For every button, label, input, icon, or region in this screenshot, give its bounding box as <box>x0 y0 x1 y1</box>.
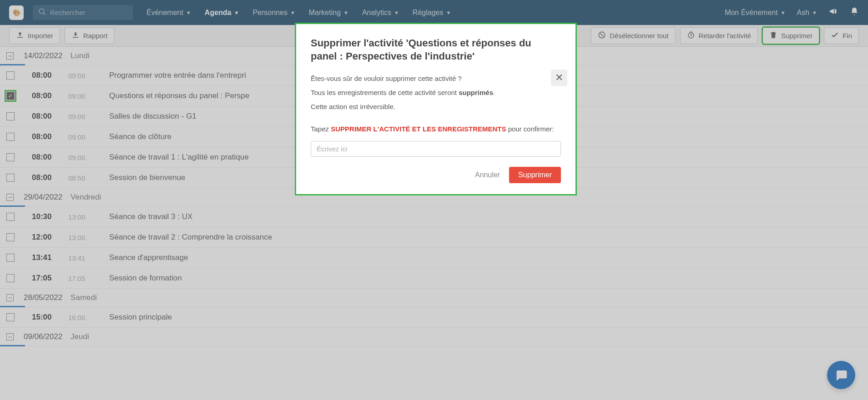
modal-title: Supprimer l'activité 'Questions et répon… <box>311 37 561 63</box>
cancel-button[interactable]: Annuler <box>475 171 500 179</box>
modal-line-3: Cette action est irréversible. <box>311 102 561 111</box>
modal-line-2: Tous les enregistrements de cette activi… <box>311 88 561 97</box>
modal-confirm-instruction: Tapez SUPPRIMER L'ACTIVITÉ ET LES ENREGI… <box>311 124 561 134</box>
modal-line-1: Êtes-vous sûr de vouloir supprimer cette… <box>311 74 561 83</box>
delete-confirm-modal: Supprimer l'activité 'Questions et répon… <box>295 23 577 195</box>
confirm-input[interactable] <box>311 141 561 157</box>
close-icon[interactable]: ✕ <box>551 70 567 86</box>
confirm-delete-button[interactable]: Supprimer <box>509 167 561 183</box>
